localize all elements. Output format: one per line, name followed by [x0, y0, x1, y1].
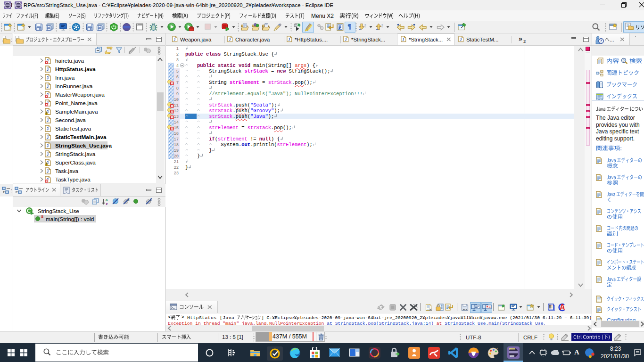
svg-text:z: z: [106, 202, 108, 205]
svg-text:?: ?: [600, 39, 602, 43]
svg-text:?: ?: [623, 59, 625, 62]
